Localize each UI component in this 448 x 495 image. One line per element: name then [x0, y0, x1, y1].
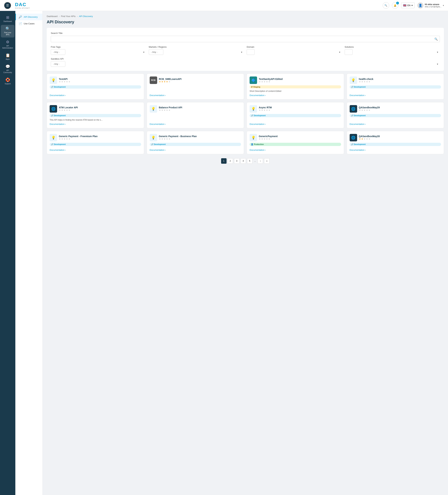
hamburger-button[interactable]: ☰	[4, 2, 11, 9]
card-link-generic-payment-business[interactable]: Documentation ›	[150, 149, 241, 151]
card-desc-rcb-sme	[150, 85, 241, 93]
sidebar-item-dashboard[interactable]: ⊞ Dashboard	[1, 14, 14, 24]
card-badge-testapi: 🔗 Development	[50, 85, 141, 89]
card-stars-health-check: ★★★★★	[359, 80, 374, 83]
card-stars-qasandboxmay28: ★★★★★	[359, 138, 380, 140]
breadcrumb-find-your-apis[interactable]: Find Your APIs	[61, 15, 75, 17]
sub-sidebar-item-api-discovery[interactable]: 🔎 API Discovery	[15, 14, 43, 20]
card-title-health-check: health-check	[359, 78, 374, 80]
card-stars-generic-payment-freemium: ★★★★★	[59, 138, 98, 140]
page-button-4[interactable]: 4	[241, 158, 246, 164]
filter-select-markets-regions[interactable]: - Any -	[149, 49, 163, 55]
card-link-async-rtm[interactable]: Documentation ›	[250, 123, 341, 125]
card-link-test-sanity[interactable]: Documentation ›	[250, 94, 341, 96]
sidebar-item-api-community[interactable]: 💬 API Community	[1, 63, 14, 75]
dashboard-icon: ⊞	[6, 15, 9, 20]
page-button-5[interactable]: 5	[247, 158, 252, 164]
search-input[interactable]	[51, 36, 440, 42]
card-title-test-sanity: TestSanityAPI Edited	[259, 78, 283, 80]
pagination-last-button[interactable]: »	[264, 158, 270, 164]
card-link-qasandboxmay29[interactable]: Documentation ›	[350, 123, 441, 125]
user-name: Hi ekta umare	[425, 3, 442, 6]
breadcrumb-sep-2: ›	[77, 15, 78, 17]
card-badge-qasandboxmay28: 🔗 Development	[350, 143, 441, 146]
card-thumb-test-sanity: 🔷	[250, 76, 257, 84]
filter-select-sandbox[interactable]: - Any -	[51, 61, 65, 67]
api-card-health-check: 💡 health-check ★★★★★ 🔗 Development Docum…	[347, 74, 444, 99]
avatar: 👤	[417, 2, 423, 9]
card-stars-qasandboxmay29: ★★★★★	[359, 109, 380, 111]
global-search-button[interactable]: 🔍	[383, 2, 389, 9]
main-content: Dashboard › Find Your APIs › API Discove…	[43, 11, 448, 495]
sidebar-item-find-your-apis[interactable]: 🔍 Find your APIs	[1, 25, 14, 38]
card-stars-test-sanity: ★★★★★	[259, 80, 283, 83]
filter-label-markets-regions: Markets / Regions	[149, 46, 244, 48]
api-cards-grid: 💡 TestAPI ★★★★★ 🔗 Development Documentat…	[47, 74, 444, 154]
notifications-button[interactable]: 🔔 0	[392, 2, 398, 9]
card-badge-atm-locator: 🔗 Development	[50, 114, 141, 117]
filter-group-solutions: Solutions	[345, 46, 440, 55]
language-selector[interactable]: 🇬🇧 EN ▾	[401, 2, 415, 8]
api-card-qasandboxmay28: 🌐 QASandboxMay28 ★★★★★ 🔗 Development Doc…	[347, 131, 444, 154]
card-link-testapi[interactable]: Documentation ›	[50, 94, 141, 96]
filters-row: Free Tags - Any - Markets / Regions - An…	[51, 46, 440, 55]
card-link-balance-product[interactable]: Documentation ›	[150, 123, 241, 125]
filter-select-free-tags[interactable]: - Any -	[51, 49, 65, 55]
card-title-testapi: TestAPI	[59, 78, 70, 80]
api-card-async-rtm: 💡 Async RTM ★★★★★ 🔗 Development Document…	[247, 102, 344, 128]
sub-sidebar: 🔎 API Discovery 📄 Use Cases	[15, 11, 43, 495]
card-link-rcb-sme[interactable]: Documentation ›	[150, 94, 241, 96]
filter-label-sandbox: Sandbox API	[51, 57, 440, 60]
hamburger-icon: ☰	[6, 4, 9, 7]
filter-label-solutions: Solutions	[345, 46, 440, 48]
page-button-1[interactable]: 1	[221, 158, 227, 164]
sub-sidebar-item-use-cases[interactable]: 📄 Use Cases	[15, 20, 43, 27]
filter-select-wrap-markets-regions: - Any -	[149, 49, 244, 55]
api-card-generic-payment-freemium: 💡 Generic Payment - Freemium Plan ★★★★★ …	[47, 131, 144, 154]
filter-group-free-tags: Free Tags - Any -	[51, 46, 146, 55]
card-thumb-qasandboxmay29: 🌐	[350, 105, 357, 113]
filter-select-solutions[interactable]	[345, 49, 353, 55]
page-button-3[interactable]: 3	[234, 158, 240, 164]
sidebar-item-apps[interactable]: 📋 Apps	[1, 52, 14, 62]
breadcrumb-dashboard[interactable]: Dashboard	[47, 15, 58, 17]
filter-label-free-tags: Free Tags	[51, 46, 146, 48]
notification-badge: 0	[396, 2, 399, 4]
bell-icon: 🔔	[394, 4, 397, 7]
card-thumb-generic-payment-freemium: 💡	[50, 134, 57, 141]
user-menu[interactable]: 👤 Hi ekta umare ekta.u+pm@digita... ▾	[417, 2, 444, 9]
card-badge-generic-payment-business: 🔗 Development	[150, 143, 241, 146]
card-title-async-rtm: Async RTM	[259, 106, 272, 109]
filter-select-wrap-solutions	[345, 49, 440, 55]
search-icon-inside: 🔍	[434, 38, 438, 41]
card-desc-atm-locator: This API helps in finding the nearest AT…	[50, 119, 141, 122]
filter-select-wrap-free-tags: - Any -	[51, 49, 146, 55]
card-header-test-sanity: 🔷 TestSanityAPI Edited ★★★★★	[250, 76, 341, 84]
sandbox-row: Sandbox API - Any -	[51, 57, 440, 67]
api-card-test-sanity: 🔷 TestSanityAPI Edited ★★★★★ 🏷 Staging S…	[247, 74, 344, 99]
page-button-2[interactable]: 2	[228, 158, 233, 164]
filter-select-domain[interactable]	[247, 49, 255, 55]
api-discovery-icon: 🔎	[19, 15, 22, 19]
sidebar-item-support[interactable]: 🛟 Support	[1, 76, 14, 86]
sidebar-label-apps: Apps	[6, 58, 10, 60]
card-header-qasandboxmay28: 🌐 QASandboxMay28 ★★★★★	[350, 134, 441, 141]
card-thumb-async-rtm: 💡	[250, 105, 257, 113]
search-title-label: Search Title	[51, 32, 440, 34]
sub-sidebar-label-use-cases: Use Cases	[24, 22, 35, 25]
header-left: ☰ DAC DIGITAL APICRAFT	[4, 2, 30, 9]
api-admin-icon: ⚙	[6, 40, 9, 44]
card-title-atm-locator: ATM Locator API	[59, 106, 78, 109]
card-title-generic-payment-freemium: Generic Payment - Freemium Plan	[59, 135, 98, 138]
card-badge-async-rtm: 🔗 Development	[250, 114, 341, 117]
sidebar-item-api-administration[interactable]: ⚙ API Administration	[1, 38, 14, 51]
card-link-generic-payment-freemium[interactable]: Documentation ›	[50, 149, 141, 151]
card-link-qasandboxmay28[interactable]: Documentation ›	[350, 149, 441, 151]
pagination-next-button[interactable]: ›	[258, 158, 263, 164]
card-link-atm-locator[interactable]: Documentation ›	[50, 123, 141, 125]
card-link-health-check[interactable]: Documentation ›	[350, 94, 441, 96]
card-desc-balance-product	[150, 114, 241, 122]
sidebar-label-api-admin: API Administration	[2, 45, 13, 49]
card-link-genericpayment[interactable]: Documentation ›	[250, 149, 341, 151]
card-header-balance-product: 💡 Balance Product API ★★★★★	[150, 105, 241, 113]
